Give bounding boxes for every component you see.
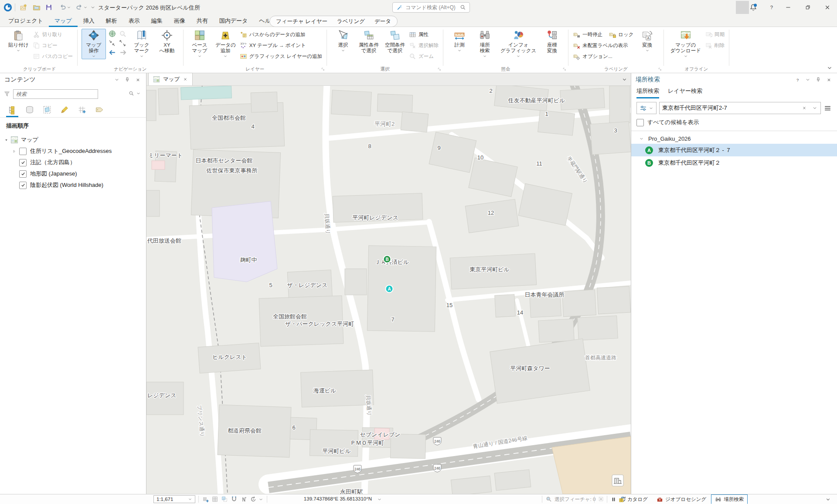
- map-scale-select[interactable]: 1:1,671: [153, 495, 195, 503]
- ribbon-tab-プロジェクト[interactable]: プロジェクト: [3, 15, 49, 27]
- ribbon-tab-共有[interactable]: 共有: [191, 15, 214, 27]
- help-icon[interactable]: ?: [793, 76, 801, 84]
- xy-table-button[interactable]: XYXY テーブル → ポイント: [240, 41, 306, 50]
- layer-visibility-checkbox[interactable]: [19, 170, 27, 178]
- locate-result-row[interactable]: B東京都千代田区平河町２: [631, 156, 837, 169]
- fixed-zoom-out-icon[interactable]: [119, 39, 126, 47]
- contents-tab-labeling-tag-icon[interactable]: [93, 104, 105, 117]
- copy-path-button[interactable]: パスのコピー: [33, 52, 73, 61]
- title-dropdown-icon[interactable]: [171, 5, 176, 10]
- download-map-button[interactable]: マップのダウンロード: [668, 29, 704, 59]
- search-settings-button[interactable]: [636, 102, 657, 114]
- contents-tab-snapping-icon[interactable]: [76, 104, 88, 117]
- geocode-marker-B[interactable]: B: [384, 256, 391, 263]
- close-icon[interactable]: [818, 0, 837, 15]
- clear-selection-button[interactable]: 選択解除: [409, 41, 439, 50]
- cut-button[interactable]: 切り取り: [33, 30, 63, 39]
- layer-tree-row[interactable]: 陰影起伏図 (World Hillshade): [0, 179, 146, 191]
- contextual-tab-フィーチャ レイヤー[interactable]: フィーチャ レイヤー: [276, 18, 327, 25]
- contents-search-input[interactable]: [13, 89, 98, 99]
- zoom-to-selection-icon[interactable]: [545, 495, 553, 503]
- next-extent-icon[interactable]: [119, 48, 127, 57]
- label-pause-button[interactable]: 一時停止: [573, 30, 602, 39]
- basemap-button[interactable]: ベースマップ: [187, 29, 212, 59]
- layer-tree-row[interactable]: 地形図 (Japanese): [0, 168, 146, 179]
- sync-button[interactable]: 同期: [705, 30, 725, 39]
- redo-dropdown-icon[interactable]: [83, 2, 88, 13]
- restore-icon[interactable]: [798, 0, 817, 15]
- dialog-launcher-icon[interactable]: [658, 68, 663, 72]
- expander-right-icon[interactable]: [11, 149, 17, 154]
- ribbon-tab-解析[interactable]: 解析: [100, 15, 123, 27]
- open-project-icon[interactable]: [31, 2, 42, 13]
- ribbon-tab-表示[interactable]: 表示: [123, 15, 146, 27]
- contextual-tab-データ[interactable]: データ: [374, 18, 391, 25]
- layer-visibility-checkbox[interactable]: [19, 182, 27, 189]
- select-spatial-button[interactable]: 空間条件で選択: [382, 29, 408, 54]
- expander-down-icon[interactable]: [3, 138, 9, 142]
- pin-icon[interactable]: [814, 76, 822, 84]
- locate-result-row[interactable]: A東京都千代田区平河町２ - ７: [631, 144, 837, 156]
- contents-tab-drawing-order-icon[interactable]: [6, 104, 18, 117]
- explore-button[interactable]: マップ操作: [82, 29, 106, 59]
- layer-tree-row[interactable]: 注記（北方四島）: [0, 157, 146, 168]
- add-path-button[interactable]: パスからのデータの追加: [240, 30, 306, 39]
- full-extent-icon[interactable]: [108, 30, 116, 38]
- save-project-icon[interactable]: [44, 2, 54, 13]
- attributes-button[interactable]: 属性: [409, 30, 429, 39]
- pin-icon[interactable]: [123, 76, 131, 84]
- close-icon[interactable]: [134, 76, 142, 84]
- select-attr-button[interactable]: 属性条件で選択: [356, 29, 381, 54]
- customize-quick-access-icon[interactable]: [90, 2, 96, 13]
- show-all-checkbox[interactable]: [636, 119, 644, 126]
- chevron-down-icon[interactable]: [377, 495, 382, 503]
- chevron-down-icon[interactable]: [804, 76, 812, 84]
- paste-button[interactable]: 貼り付け: [6, 29, 31, 54]
- minimize-icon[interactable]: [779, 0, 798, 15]
- rotate-view-icon[interactable]: [249, 495, 257, 503]
- goto-xy-button[interactable]: XYへ移動: [155, 29, 179, 54]
- chevron-down-icon[interactable]: [825, 497, 831, 502]
- close-icon[interactable]: [183, 77, 188, 82]
- label-convert-button[interactable]: A変換: [635, 29, 660, 54]
- contents-tab-editing-icon[interactable]: [58, 104, 71, 117]
- ribbon-tab-マップ[interactable]: マップ: [49, 15, 78, 27]
- north-arrow-icon[interactable]: [240, 495, 248, 503]
- locate-tab-場所検索[interactable]: 場所検索: [636, 87, 659, 98]
- overlap-select-icon[interactable]: [221, 495, 228, 503]
- select-button[interactable]: 選択: [331, 29, 355, 54]
- undo-dropdown-icon[interactable]: [66, 2, 71, 13]
- chevron-down-icon[interactable]: [622, 77, 627, 82]
- dialog-launcher-icon[interactable]: [438, 68, 442, 72]
- pane-tab-カタログ[interactable]: カタログ: [615, 494, 652, 504]
- chevron-down-icon[interactable]: [258, 495, 263, 503]
- notifications-icon[interactable]: [744, 0, 763, 15]
- zoom-to-selection-icon[interactable]: [119, 30, 127, 38]
- contents-tab-selection-tab-icon[interactable]: [41, 104, 53, 117]
- contextual-tab-ラベリング[interactable]: ラベリング: [337, 18, 365, 25]
- contents-tab-data-source-icon[interactable]: [24, 104, 36, 117]
- graticule-add-icon[interactable]: [201, 495, 209, 503]
- copy-button[interactable]: コピー: [33, 41, 58, 50]
- pane-tab-ジオプロセシング[interactable]: ジオプロセシング: [653, 494, 710, 504]
- fixed-zoom-in-icon[interactable]: [108, 39, 116, 47]
- add-graphics-button[interactable]: グラフィックス レイヤーの追加: [240, 52, 322, 61]
- ribbon-tab-国内データ[interactable]: 国内データ: [214, 15, 254, 27]
- menu-icon[interactable]: [823, 104, 832, 112]
- label-options-button[interactable]: オプション...: [573, 52, 612, 61]
- dialog-launcher-icon[interactable]: [321, 68, 326, 72]
- locate-button[interactable]: 場所検索: [473, 29, 497, 59]
- add-data-button[interactable]: データの追加: [213, 29, 238, 59]
- map-view-tab[interactable]: マップ: [148, 73, 193, 85]
- ribbon-tab-挿入[interactable]: 挿入: [78, 15, 100, 27]
- chevron-down-icon[interactable]: [811, 104, 819, 112]
- layer-tree-row[interactable]: 住所リスト_GeocodeAddresses: [0, 145, 146, 157]
- chevron-down-icon[interactable]: [136, 91, 141, 96]
- grid-icon[interactable]: [211, 495, 219, 503]
- remove-button[interactable]: 削除: [705, 41, 725, 50]
- previous-extent-icon[interactable]: [108, 48, 116, 57]
- locate-tab-レイヤー検索[interactable]: レイヤー検索: [668, 87, 702, 98]
- pane-tab-場所検索[interactable]: 場所検索: [711, 494, 748, 504]
- infographics-button[interactable]: インフォグラフィックス: [498, 29, 539, 59]
- layer-visibility-checkbox[interactable]: [19, 148, 27, 155]
